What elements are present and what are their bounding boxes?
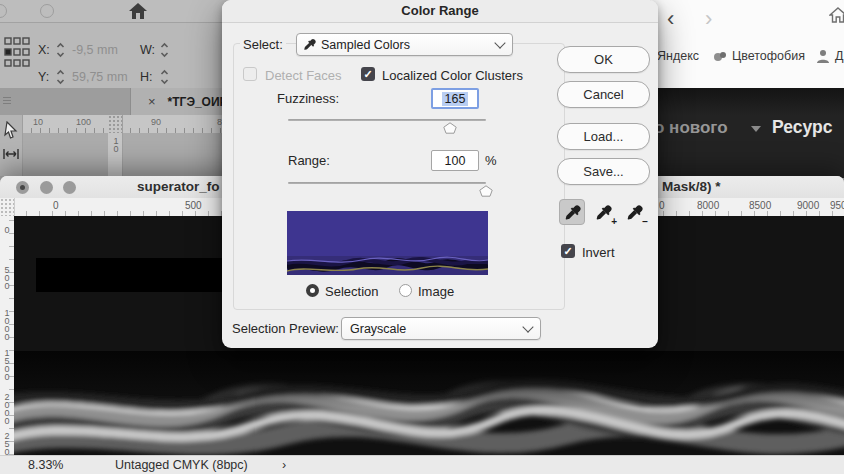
eyedropper-sample-button[interactable]	[559, 199, 585, 225]
ruler-tick-label: 2000	[1, 392, 13, 424]
save-button-label: Save...	[583, 164, 623, 179]
fuzziness-label: Fuzziness:	[277, 91, 339, 106]
close-tab-icon[interactable]: ×	[148, 94, 156, 109]
minimize-window-icon[interactable]	[40, 181, 53, 194]
selection-preview-thumbnail	[287, 211, 488, 275]
profile-person-icon[interactable]	[815, 48, 831, 64]
h-stepper[interactable]	[160, 69, 169, 85]
home-icon[interactable]	[128, 2, 148, 20]
panel-grip-icon	[3, 97, 11, 106]
ruler-tick-label: 100	[76, 117, 91, 127]
canvas-artwork-waves[interactable]	[14, 351, 844, 455]
zoom-level[interactable]: 8.33%	[28, 458, 63, 472]
ruler-tick-label: 0	[1, 225, 13, 233]
ruler-tick-label: 500	[185, 200, 202, 211]
load-button-label: Load...	[584, 129, 624, 144]
selection-preview-dropdown[interactable]: Grayscale	[341, 317, 541, 340]
y-value-field[interactable]: 59,75 mm	[72, 70, 128, 84]
fuzziness-value: 165	[442, 92, 469, 106]
cancel-button[interactable]: Cancel	[557, 81, 650, 108]
ok-button[interactable]: OK	[557, 46, 650, 73]
tool-strip	[0, 115, 23, 176]
save-button[interactable]: Save...	[557, 158, 650, 185]
window-control-icon[interactable]	[40, 4, 54, 18]
back-icon[interactable]: ‹	[667, 8, 674, 30]
direct-selection-tool-icon[interactable]	[4, 121, 18, 139]
ruler-tick-label: 9500	[830, 200, 844, 211]
w-stepper[interactable]	[160, 42, 169, 58]
range-input[interactable]: 100	[431, 150, 479, 171]
bookmark-yandex[interactable]: Яндекс	[657, 49, 699, 63]
eyedropper-add-button[interactable]: +	[590, 199, 616, 225]
window-title-right: Mask/8) *	[662, 179, 721, 194]
x-label: X:	[38, 43, 50, 57]
status-chevron-icon[interactable]: ›	[282, 458, 286, 472]
image-radio-label: Image	[418, 284, 454, 299]
w-label: W:	[140, 43, 155, 57]
percent-label: %	[485, 153, 497, 168]
bookmark-tsvetofobia[interactable]: Цветофобия	[732, 49, 805, 63]
selection-radio[interactable]	[306, 284, 319, 297]
ruler-tick-label: 8500	[749, 200, 771, 211]
bookmark-favicon-icon	[713, 50, 727, 62]
profile-label[interactable]: Д	[835, 49, 843, 63]
browser-home-icon[interactable]	[829, 7, 844, 23]
dialog-title-bar[interactable]: Color Range	[222, 0, 658, 23]
dialog-title: Color Range	[401, 3, 478, 18]
cancel-button-label: Cancel	[583, 87, 623, 102]
y-label: Y:	[38, 70, 49, 84]
ruler-tick-label: 10	[33, 117, 43, 127]
localized-clusters-label: Localized Color Clusters	[382, 68, 523, 83]
window-control-icon[interactable]	[0, 4, 7, 18]
chevron-down-icon	[751, 126, 761, 132]
invert-checkbox[interactable]	[561, 244, 575, 258]
selection-radio-label: Selection	[325, 284, 378, 299]
load-button[interactable]: Load...	[557, 123, 650, 150]
ruler-tick-label: 1000	[1, 308, 13, 340]
x-value-field[interactable]: -9,5 mm	[72, 43, 118, 57]
fuzziness-input[interactable]: 165	[431, 88, 479, 109]
selection-preview-label: Selection Preview:	[232, 321, 339, 336]
y-stepper[interactable]	[56, 69, 65, 85]
nav-resources[interactable]: Ресурс	[772, 117, 832, 138]
minus-icon: −	[642, 216, 648, 227]
selection-preview-value: Grayscale	[350, 322, 518, 336]
ruler-tick-label: 10	[110, 136, 122, 152]
select-dropdown[interactable]: Sampled Colors	[296, 33, 513, 56]
localized-clusters-checkbox[interactable]	[361, 67, 375, 81]
screen: X: -9,5 mm W: Y: 59,75 mm H: × *ТГЭ_ОИРК…	[0, 0, 844, 474]
fuzziness-slider-thumb[interactable]	[443, 122, 457, 134]
detect-faces-checkbox[interactable]	[243, 67, 257, 81]
reference-point-grid-icon[interactable]	[4, 37, 31, 68]
close-window-icon[interactable]	[16, 181, 29, 194]
image-radio[interactable]	[399, 284, 412, 297]
fuzziness-slider[interactable]	[288, 119, 486, 121]
measure-tool-icon[interactable]	[2, 148, 20, 160]
select-label: Select:	[240, 37, 286, 52]
range-slider-thumb[interactable]	[479, 185, 493, 197]
invert-label: Invert	[582, 245, 615, 260]
chevron-down-icon	[522, 321, 533, 332]
bookmarks-bar: Яндекс Цветофобия Д	[651, 46, 844, 68]
eyedropper-subtract-button[interactable]: −	[621, 199, 647, 225]
vertical-ruler: 0 500 1000 1500 2000 2500	[0, 216, 15, 455]
plus-icon: +	[611, 216, 617, 227]
x-stepper[interactable]	[56, 42, 65, 58]
range-value: 100	[445, 154, 466, 168]
document-profile: Untagged CMYK (8bpc)	[115, 458, 248, 472]
range-slider[interactable]	[288, 182, 486, 184]
ruler-corner	[108, 115, 123, 133]
forward-icon[interactable]: ›	[705, 8, 712, 30]
ruler-tick-label: 1500	[1, 348, 13, 380]
ruler-tick-label: 9000	[797, 200, 819, 211]
ruler-tick-label: 0	[659, 200, 665, 211]
background-doc-vruler: 10	[108, 133, 123, 176]
range-label: Range:	[288, 153, 330, 168]
ruler-tick-label: 500	[1, 265, 13, 289]
browser-window: ‹ › Яндекс Цветофобия Д о нового Ресурс	[650, 0, 844, 178]
select-value: Sampled Colors	[321, 38, 490, 52]
nav-whats-new[interactable]: о нового	[654, 118, 728, 138]
color-range-dialog: Color Range Select: Sampled Colors Detec…	[222, 0, 658, 348]
status-bar: 8.33% Untagged CMYK (8bpc) ›	[0, 455, 844, 474]
zoom-window-icon[interactable]	[63, 181, 76, 194]
